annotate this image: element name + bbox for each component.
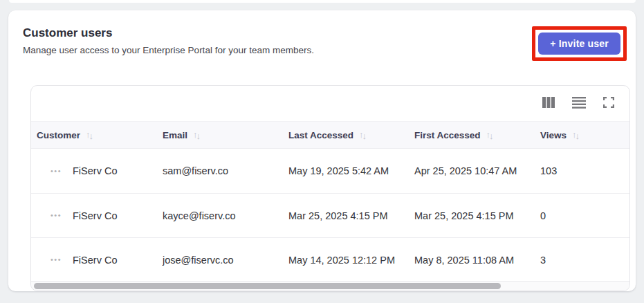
row-density-icon: [572, 97, 586, 111]
last-accessed-cell: Mar 25, 2025 4:15 PM: [283, 210, 409, 221]
customer-cell: FiServ Co: [73, 165, 117, 176]
sort-icon[interactable]: [572, 131, 580, 140]
first-accessed-cell: May 8, 2025 11:08 AM: [409, 255, 535, 266]
row-menu-button[interactable]: [48, 256, 64, 264]
column-header-views[interactable]: Views: [535, 130, 629, 140]
table-row[interactable]: FiServ Co sam@fiserv.co May 19, 2025 5:4…: [31, 149, 629, 193]
fullscreen-icon: [603, 97, 614, 110]
customer-cell: FiServ Co: [73, 255, 117, 266]
row-menu-button[interactable]: [48, 212, 64, 219]
table-toolbar: [31, 86, 629, 121]
row-menu-button[interactable]: [48, 167, 64, 175]
first-accessed-cell: Apr 25, 2025 10:47 AM: [409, 165, 535, 176]
column-header-label: Views: [540, 130, 567, 140]
first-accessed-cell: Mar 25, 2025 4:15 PM: [409, 210, 535, 221]
views-cell: 0: [535, 210, 629, 221]
views-cell: 3: [535, 255, 629, 266]
last-accessed-cell: May 14, 2025 12:12 PM: [283, 255, 409, 266]
column-header-label: Last Accessed: [288, 130, 353, 140]
table-row[interactable]: FiServ Co kayce@fiserv.co Mar 25, 2025 4…: [31, 193, 629, 237]
table-header-row: Customer Email Last Accessed First Acces…: [31, 121, 629, 149]
previous-card-edge: [9, 0, 636, 3]
customer-users-card: Customer users Manage user access to you…: [8, 10, 636, 291]
sort-icon[interactable]: [193, 131, 201, 140]
invite-button-highlight-box: + Invite user: [532, 26, 627, 61]
row-density-button[interactable]: [572, 97, 586, 111]
email-cell: sam@fiserv.co: [157, 165, 283, 176]
show-hide-columns-button[interactable]: [542, 97, 555, 110]
horizontal-scrollbar[interactable]: [31, 281, 629, 291]
users-table-container: Customer Email Last Accessed First Acces…: [30, 85, 630, 291]
sort-icon[interactable]: [86, 131, 93, 140]
invite-user-button[interactable]: + Invite user: [538, 33, 620, 55]
sort-icon[interactable]: [486, 131, 494, 140]
views-cell: 103: [535, 165, 629, 176]
column-header-customer[interactable]: Customer: [31, 130, 157, 140]
table-row[interactable]: FiServ Co jose@fiservc.co May 14, 2025 1…: [31, 237, 629, 282]
show-hide-columns-icon: [542, 97, 555, 110]
column-header-label: Email: [163, 130, 187, 140]
customer-cell: FiServ Co: [73, 210, 117, 221]
column-header-last-accessed[interactable]: Last Accessed: [283, 130, 409, 140]
email-cell: kayce@fiserv.co: [157, 210, 283, 221]
sort-icon[interactable]: [359, 131, 367, 140]
last-accessed-cell: May 19, 2025 5:42 AM: [283, 165, 409, 176]
column-header-label: First Accessed: [414, 130, 481, 140]
horizontal-scrollbar-thumb[interactable]: [34, 283, 501, 289]
column-header-email[interactable]: Email: [157, 130, 283, 140]
fullscreen-button[interactable]: [603, 97, 614, 110]
column-header-first-accessed[interactable]: First Accessed: [409, 130, 535, 140]
email-cell: jose@fiservc.co: [157, 255, 283, 266]
column-header-label: Customer: [37, 130, 80, 140]
